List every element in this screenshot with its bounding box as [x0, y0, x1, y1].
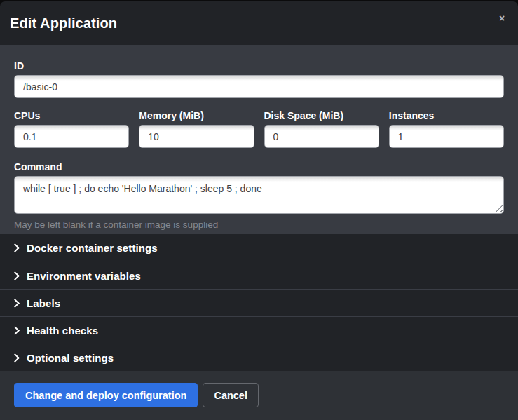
modal-footer: Change and deploy configuration Cancel — [0, 371, 518, 420]
modal-header: Edit Application × — [0, 1, 518, 45]
chevron-right-icon — [11, 271, 20, 280]
id-input[interactable] — [14, 75, 504, 98]
close-icon[interactable]: × — [495, 11, 509, 25]
disk-input[interactable] — [264, 125, 379, 148]
disk-field-group: Disk Space (MiB) — [264, 110, 379, 148]
command-label: Command — [14, 161, 504, 173]
section-label: Optional settings — [27, 352, 114, 364]
change-and-deploy-button[interactable]: Change and deploy configuration — [14, 383, 198, 407]
section-labels[interactable]: Labels — [0, 289, 518, 316]
section-label: Labels — [27, 297, 60, 309]
memory-input[interactable] — [139, 125, 254, 148]
id-label: ID — [14, 60, 504, 72]
application-form: ID CPUs Memory (MiB) Disk Space (MiB) In… — [0, 45, 518, 234]
section-environment-variables[interactable]: Environment variables — [0, 262, 518, 289]
section-health-checks[interactable]: Health checks — [0, 316, 518, 344]
cpus-label: CPUs — [14, 110, 129, 122]
chevron-right-icon — [11, 299, 20, 308]
section-docker-container-settings[interactable]: Docker container settings — [0, 234, 518, 262]
section-label: Environment variables — [27, 270, 141, 282]
command-help-text: May be left blank if a container image i… — [14, 219, 504, 231]
instances-label: Instances — [389, 110, 504, 122]
section-label: Docker container settings — [27, 242, 158, 254]
modal-title: Edit Application — [10, 15, 117, 32]
cancel-button[interactable]: Cancel — [203, 383, 259, 407]
memory-field-group: Memory (MiB) — [139, 110, 254, 148]
cpus-input[interactable] — [14, 125, 129, 148]
accordion-sections: Docker container settings Environment va… — [0, 234, 518, 371]
command-field-group: Command while [ true ] ; do echo 'Hello … — [14, 161, 504, 231]
section-label: Health checks — [27, 325, 98, 337]
chevron-right-icon — [11, 326, 20, 335]
command-input[interactable]: while [ true ] ; do echo 'Hello Marathon… — [14, 176, 504, 214]
id-field-group: ID — [14, 60, 504, 98]
memory-label: Memory (MiB) — [139, 110, 254, 122]
chevron-right-icon — [11, 243, 20, 252]
edit-application-modal: Edit Application × ID CPUs Memory (MiB) … — [0, 1, 518, 420]
instances-input[interactable] — [389, 125, 504, 148]
instances-field-group: Instances — [389, 110, 504, 148]
cpus-field-group: CPUs — [14, 110, 129, 148]
section-optional-settings[interactable]: Optional settings — [0, 344, 518, 371]
resources-row: CPUs Memory (MiB) Disk Space (MiB) Insta… — [14, 110, 504, 148]
chevron-right-icon — [11, 353, 20, 363]
disk-label: Disk Space (MiB) — [264, 110, 379, 122]
